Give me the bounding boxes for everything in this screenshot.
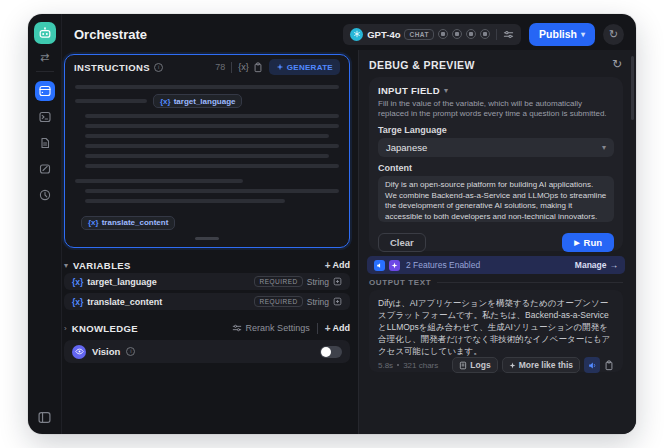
publish-label: Publish [539,28,577,40]
knowledge-header: › KNOWLEDGE Rerank Settings + Add [64,321,350,335]
char-count: 321 chars [403,361,438,370]
model-capability-icon-4 [480,29,490,39]
variable-name: target_language [174,97,236,106]
openai-logo-icon [350,28,363,41]
collapse-sidebar-button[interactable] [38,411,51,424]
plus-icon: + [325,260,331,271]
divider-dot [397,364,399,366]
generate-button[interactable]: GENERATE [269,59,340,75]
chevron-down-icon: ▾ [602,143,606,152]
features-enabled-text: 2 Features Enabled [406,260,480,270]
model-capability-icon-1 [438,29,448,39]
prompt-editor[interactable]: {x} target_language {x} transla [65,79,349,245]
latency: 5.8s [378,361,393,370]
insert-variable-button[interactable]: {x} [238,62,249,72]
chevron-right-icon[interactable]: › [64,324,67,333]
variable-row[interactable]: {x} translate_content REQUIRED String [64,293,350,310]
scrollbar[interactable] [631,56,634,120]
variable-symbol: {x} [72,297,83,307]
required-badge: REQUIRED [254,296,302,307]
clear-label: Clear [390,237,414,248]
redacted-text-line [85,144,339,148]
info-icon: i [154,63,163,72]
vision-row: Vision i [64,340,350,363]
vision-toggle[interactable] [320,346,342,358]
copy-output-button[interactable] [604,360,614,371]
variable-row[interactable]: {x} target_language REQUIRED String [64,273,350,290]
chevron-down-icon: ▾ [581,30,585,39]
model-settings-icon[interactable] [503,29,514,40]
plus-icon: + [325,323,331,334]
selected-language: Japanese [386,142,427,153]
manage-features-button[interactable]: Manage → [575,260,618,270]
run-button[interactable]: ▶ Run [562,233,614,252]
sliders-icon [232,323,242,333]
sparkle-icon [276,63,284,71]
variable-symbol: {x} [160,97,171,106]
sidebar-item-annotations[interactable] [35,159,55,179]
history-icon: ↻ [609,28,618,41]
redacted-text-line [75,99,147,103]
rerank-label: Rerank Settings [246,323,310,333]
redacted-text-line [85,189,339,193]
target-language-label: Targe Language [378,125,614,135]
resize-handle[interactable] [195,237,219,240]
token-count: 78 [215,62,225,72]
target-language-select[interactable]: Japanese ▾ [378,138,614,157]
copy-prompt-button[interactable] [253,62,263,73]
variable-type: String [307,297,329,307]
variable-tag-translate-content[interactable]: {x} translate_content [81,216,175,230]
redacted-text-line [85,114,339,118]
info-icon: i [126,347,135,356]
redacted-text-line [85,134,329,138]
text-to-speech-feature-icon [374,260,385,271]
robot-icon [38,26,52,40]
input-field-card: INPUT FIELD ▾ Fill in the value of the v… [369,77,623,251]
layout-collapse-icon [38,411,51,424]
instructions-panel[interactable]: INSTRUCTIONS i 78 {x} GENERATE [64,54,350,248]
variables-header: ▾ VARIABLES + Add [64,258,350,272]
required-badge: REQUIRED [254,276,302,287]
sidebar-item-monitoring[interactable] [35,185,55,205]
sidebar-item-api[interactable] [35,107,55,127]
orchestrate-icon [39,85,51,97]
output-card: Difyは、AIアプリケーションを構築するためのオープンソースプラットフォームで… [369,290,623,372]
left-sidebar: ⇄ [28,14,62,434]
restart-icon[interactable]: ↻ [612,57,622,71]
app-logo[interactable] [34,22,56,44]
rerank-settings-button[interactable]: Rerank Settings [232,323,310,333]
page-title: Orchestrate [74,27,147,42]
model-capability-icon-3 [466,29,476,39]
speaker-button[interactable] [584,357,600,373]
variable-settings-icon[interactable] [333,277,342,286]
clear-button[interactable]: Clear [378,233,426,252]
model-name: GPT-4o [367,29,400,40]
logs-button[interactable]: Logs [452,357,497,373]
add-label: Add [333,260,351,270]
divider [496,29,497,40]
output-text: Difyは、AIアプリケーションを構築するためのオープンソースプラットフォームで… [378,297,614,357]
sidebar-item-logs[interactable] [35,133,55,153]
more-like-this-label: More like this [519,360,573,370]
add-knowledge-button[interactable]: + Add [325,323,350,334]
add-variable-button[interactable]: + Add [325,260,350,271]
exit-app-icon[interactable]: ⇄ [40,50,49,64]
divider [437,282,623,283]
model-selector[interactable]: GPT-4o CHAT [343,24,521,45]
variable-tag-target-language[interactable]: {x} target_language [153,94,242,108]
chevron-down-icon[interactable]: ▾ [64,261,68,270]
sidebar-item-orchestrate[interactable] [35,81,55,101]
variables-title: VARIABLES [73,260,131,271]
more-like-this-button[interactable]: More like this [502,357,580,373]
redacted-text-line [85,124,339,128]
debug-title: DEBUG & PREVIEW [369,59,475,71]
eye-icon [72,345,86,359]
features-bar[interactable]: 2 Features Enabled Manage → [367,256,625,274]
version-history-button[interactable]: ↻ [603,24,624,45]
publish-button[interactable]: Publish ▾ [529,23,595,46]
chevron-down-icon[interactable]: ▾ [444,86,448,95]
variable-settings-icon[interactable] [333,297,342,306]
compass-icon [39,189,51,201]
content-textarea[interactable]: Dify is an open-source platform for buil… [378,176,614,222]
instructions-header: INSTRUCTIONS i 78 {x} GENERATE [65,55,349,79]
